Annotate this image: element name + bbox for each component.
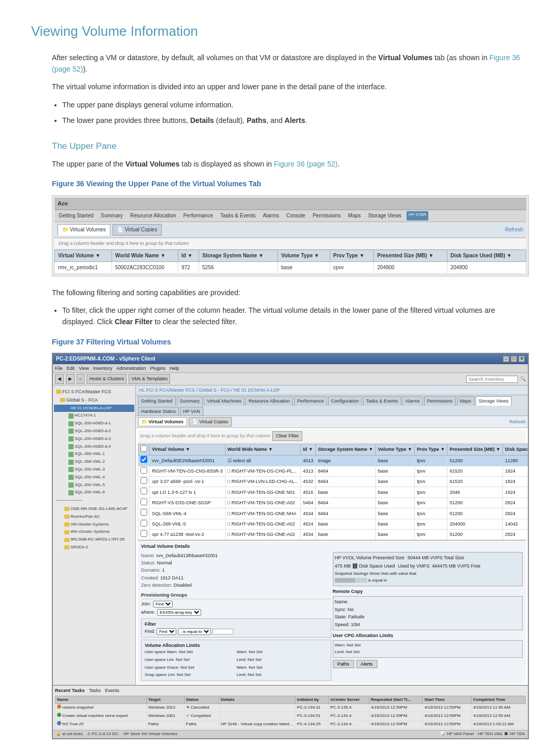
fig37-sidebar-vm7[interactable]: SQL-268-VML-2 (54, 458, 134, 466)
fig37-sidebar-vm6[interactable]: SQL-268-VML-1 (54, 450, 134, 458)
fig36-nav-summary[interactable]: Summary (99, 211, 125, 220)
fig36-nav-resource[interactable]: Resource Allocation (128, 211, 178, 220)
fig37-content-refresh[interactable]: Refresh (509, 418, 526, 425)
fig37-tab-hardware[interactable]: Hardware Status (138, 407, 179, 416)
fig36-tab-vvol[interactable]: 📁 Virtual Volumes (58, 224, 110, 236)
fig37-alerts-button[interactable]: Alerts (356, 660, 377, 668)
fig36-col-wwn[interactable]: World Wide Name ▼ (111, 250, 178, 261)
fig37-filter-equal-select[interactable]: - is equal to (178, 628, 211, 635)
fig37-row-2[interactable]: upr 3.07 a568 -pool -vs-1 □ RIGHT-VM-LVN… (138, 476, 528, 487)
fig37-select-all-checkbox[interactable] (141, 445, 147, 452)
fig37-sidebar-vm3[interactable]: SQL-200-HSB5-d-2 (54, 427, 134, 435)
fig37-tasks-th-details[interactable]: Details (219, 696, 295, 704)
fig37-filter-find-select[interactable]: Find (157, 628, 176, 635)
fig37-sidebar-datacenter[interactable]: FCI S FCA/Master FCS (54, 388, 134, 396)
fig37-row-7[interactable]: upr 4.77 a1238 -test-vs-2 □ RIGHT-VM-TEN… (138, 529, 528, 540)
fig37-sidebar-right3[interactable]: VM-Gluster-Systems (54, 521, 134, 529)
fig36-col-id[interactable]: Id ▼ (178, 250, 199, 261)
fig37-tasks-th-by[interactable]: Initiated by (295, 696, 328, 704)
fig37-cell-cb-2[interactable] (138, 476, 150, 487)
fig37-sidebar-right1[interactable]: ONE-NR-ONE-SG-LINE-AC4P (54, 505, 134, 513)
fig37-close-button[interactable]: ✕ (519, 356, 525, 362)
fig37-sidebar-vm1[interactable]: HC17474-1 (54, 412, 134, 420)
fig37-tab-resource[interactable]: Resource Allocation (245, 396, 293, 405)
fig37-cell-cb-0[interactable] (138, 455, 150, 466)
fig36-col-used[interactable]: Disk Space Used (MB) ▼ (447, 250, 526, 261)
fig36-nav-console[interactable]: Console (284, 211, 307, 220)
fig37-minimize-button[interactable]: – (503, 356, 509, 362)
fig37-cell-cb-6[interactable] (138, 519, 150, 529)
fig37-tab-hpvan[interactable]: HP VAN (180, 407, 203, 416)
fig37-filter-value-input[interactable] (213, 629, 233, 634)
fig36-nav-performance[interactable]: Performance (181, 211, 215, 220)
fig37-forward-button[interactable]: ▶ (66, 374, 75, 383)
fig37-home-button[interactable]: ⌂ (77, 374, 85, 383)
fig37-cell-cb-1[interactable] (138, 466, 150, 476)
fig37-menu-inventory[interactable]: Inventory (93, 365, 112, 372)
fig37-tab-vms[interactable]: Virtual Machines (204, 396, 244, 405)
fig37-search-input[interactable] (466, 376, 518, 383)
fig37-cell-cb-4[interactable] (138, 498, 150, 508)
fig36-nav-storage[interactable]: Storage Views (366, 211, 403, 220)
fig37-row-6[interactable]: SQL-268-VML-5 □ RIGHT-VM-TEN-SG-ONE-A02 … (138, 519, 528, 529)
fig37-row-3[interactable]: upr LO 1.3-5-127 lv 1 □ RIGHT-VM-TEN-SG-… (138, 487, 528, 498)
fig37-sidebar-host[interactable]: HE 01 DCNHN-A.LDP (54, 405, 134, 412)
fig37-hosts-clusters-button[interactable]: Hosts & Clusters (87, 374, 127, 383)
fig36-nav-maps[interactable]: Maps (346, 211, 362, 220)
fig37-cell-cb-3[interactable] (138, 487, 150, 498)
fig36-col-presented[interactable]: Presented Size (MB) ▼ (374, 250, 447, 261)
fig37-back-button[interactable]: ◀ (55, 374, 64, 383)
fig37-sidebar-right5[interactable]: 9RLSNB-RC-MRSS-LTRT-05 (54, 536, 134, 544)
fig37-sidebar-vm10[interactable]: SQL-200-VML-5 (54, 481, 134, 489)
fig37-vms-templates-button[interactable]: VMs & Templates (129, 374, 170, 383)
fig36-col-vv[interactable]: Virtual Volume ▼ (55, 250, 112, 261)
fig37-search-icon[interactable]: 🔍 (520, 375, 526, 382)
fig37-tab-summary[interactable]: Summary (177, 396, 203, 405)
fig37-th-vv[interactable]: Virtual Volume ▼ (150, 444, 226, 455)
fig37-th-prov[interactable]: Prov Type ▼ (414, 444, 447, 455)
fig37-tasks-th-vcenter[interactable]: vCenter Server (328, 696, 369, 704)
fig37-th-storage[interactable]: Storage System Name ▼ (316, 444, 375, 455)
fig36-col-prov[interactable]: Prov Type ▼ (330, 250, 374, 261)
fig37-menu-edit[interactable]: Edit (67, 365, 75, 372)
fig36-nav-alarms[interactable]: Alarms (261, 211, 281, 220)
fig37-tasks-th-target[interactable]: Target (146, 696, 184, 704)
fig37-tasks-th-req[interactable]: Requested Start Ti... (369, 696, 423, 704)
fig37-row-0[interactable]: vvv_Default5E2Wbase#32001 ☑ select all 4… (138, 455, 528, 466)
fig36-nav-permissions[interactable]: Permissions (311, 211, 343, 220)
fig37-prov-join-select[interactable]: Find (153, 601, 173, 607)
fig37-tab-perms[interactable]: Permissions (424, 396, 456, 405)
fig36-refresh-button[interactable]: Refresh (505, 226, 523, 234)
fig37-sidebar-vm11[interactable]: SQL-200-VML-6 (54, 489, 134, 496)
fig37-row-5[interactable]: SQL-S68-VML-4 □ RIGHT-VM-TEN-SG-ONE NHA … (138, 508, 528, 519)
fig37-sidebar-right2[interactable]: ResHonPair-AC (54, 513, 134, 521)
fig37-tab-alarms[interactable]: Alarms (402, 396, 423, 405)
fig37-tab-storage[interactable]: Storage Views (475, 396, 512, 405)
fig37-tab-getting-started[interactable]: Getting Started (138, 396, 176, 405)
fig37-menu-help[interactable]: Help (170, 365, 179, 372)
fig37-th-wwn[interactable]: World Wide Name ▼ (225, 444, 301, 455)
fig36-col-type[interactable]: Volume Type ▼ (278, 250, 330, 261)
fig37-sidebar-vm9[interactable]: SQL-200-VML-4 (54, 474, 134, 481)
fig37-sidebar-right4[interactable]: Win-Gluster-Systems (54, 528, 134, 536)
fig37-sidebar-right6[interactable]: SRSD#-2 (54, 544, 134, 551)
fig36-tab-vcopies[interactable]: 📄 Virtual Copies (113, 224, 162, 236)
fig37-events-tab[interactable]: Events (105, 687, 119, 694)
fig37-th-used[interactable]: Disk Space Used (MB) ▼ (503, 444, 528, 455)
fig37-th-type[interactable]: Volume Type ▼ (375, 444, 414, 455)
fig37-row-1[interactable]: RIGHT-VM-TEN-OS-CNS-83SR-3 □ RIGHT-VM-TE… (138, 466, 528, 476)
fig37-tab-performance[interactable]: Performance (294, 396, 327, 405)
fig37-sidebar-vm4[interactable]: SQL-200-HSB5-d-3 (54, 435, 134, 443)
fig37-th-checkbox[interactable] (138, 444, 150, 455)
fig37-tab-config[interactable]: Configuration (328, 396, 362, 405)
fig37-tab-maps[interactable]: Maps (457, 396, 474, 405)
fig37-maximize-button[interactable]: □ (511, 356, 517, 362)
fig36-link-2[interactable]: Figure 36 (page 52) (274, 160, 338, 168)
fig37-subtab-vvol[interactable]: 📁 Virtual Volumes (138, 417, 187, 426)
fig37-sidebar-vm8[interactable]: SQL-200-VML-3 (54, 466, 134, 474)
fig37-tasks-tab[interactable]: Tasks (89, 687, 101, 694)
fig37-prov-where-select[interactable]: ESX5N-array-key (157, 609, 201, 616)
fig37-tab-tasks[interactable]: Tasks & Events (363, 396, 401, 405)
fig37-cell-cb-5[interactable] (138, 508, 150, 519)
fig37-tasks-th-complete[interactable]: Completed Time (471, 696, 526, 704)
